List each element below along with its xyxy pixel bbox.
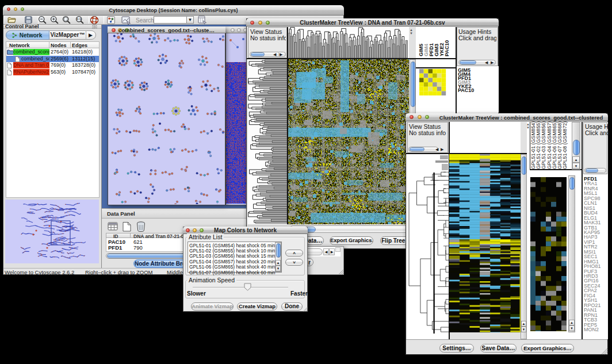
svg-text:1:1: 1:1 [76,17,81,21]
